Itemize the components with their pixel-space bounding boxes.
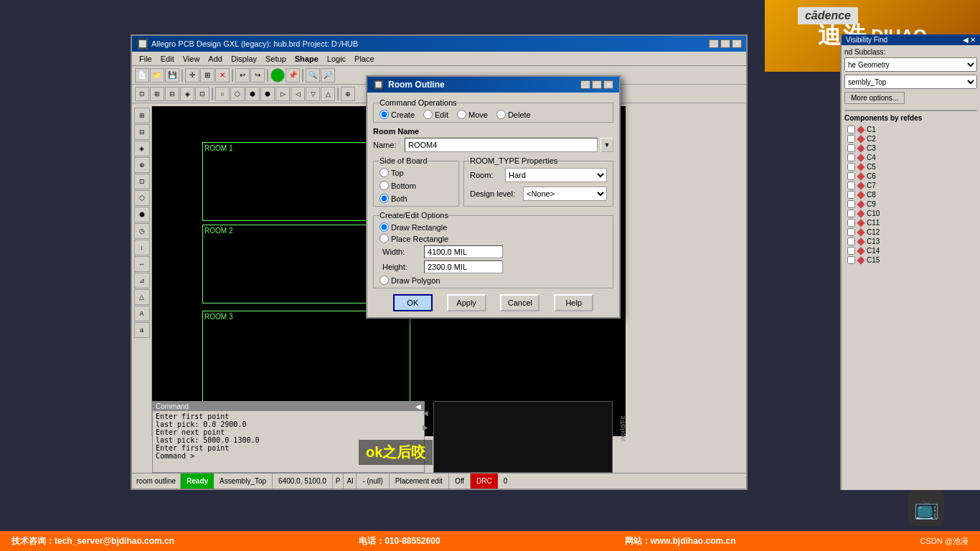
place-rect-radio[interactable] bbox=[380, 234, 389, 243]
comp-checkbox[interactable] bbox=[847, 172, 855, 180]
scroll-left[interactable]: ◀ bbox=[423, 409, 428, 417]
cmd-op-edit-label[interactable]: Edit bbox=[423, 110, 448, 119]
comp-item[interactable]: C10 bbox=[844, 209, 977, 218]
sb-btn-7[interactable]: ⬢ bbox=[134, 207, 150, 222]
menu-display[interactable]: Display bbox=[227, 55, 261, 63]
tb2-5[interactable]: ⊡ bbox=[195, 87, 209, 101]
tb-undo[interactable]: ↩ bbox=[235, 68, 250, 83]
assembly-select[interactable]: sembly_Top bbox=[844, 75, 977, 89]
width-input[interactable] bbox=[424, 245, 503, 258]
sb-btn-3[interactable]: ◈ bbox=[134, 141, 150, 156]
sb-btn-11[interactable]: ⊿ bbox=[134, 273, 150, 288]
comp-item[interactable]: C6 bbox=[844, 171, 977, 181]
tb2-3[interactable]: ⊟ bbox=[165, 87, 179, 101]
room-type-select[interactable]: Hard bbox=[505, 168, 607, 182]
sb-btn-9[interactable]: ↕ bbox=[134, 240, 150, 255]
cmd-op-edit-radio[interactable] bbox=[423, 110, 433, 119]
sb-btn-8[interactable]: ◷ bbox=[134, 223, 150, 239]
comp-item[interactable]: C4 bbox=[844, 153, 977, 162]
tb2-8[interactable]: ⬢ bbox=[245, 87, 260, 101]
height-input[interactable] bbox=[424, 260, 503, 273]
comp-item[interactable]: C3 bbox=[844, 143, 977, 153]
tb2-12[interactable]: ▽ bbox=[306, 87, 320, 101]
cmd-op-delete-label[interactable]: Delete bbox=[496, 110, 531, 119]
comp-item[interactable]: C1 bbox=[844, 125, 977, 134]
comp-checkbox[interactable] bbox=[847, 191, 855, 199]
tb2-7[interactable]: ⬡ bbox=[230, 87, 245, 101]
cmd-op-create-radio[interactable] bbox=[380, 110, 389, 119]
apply-button[interactable]: Apply bbox=[447, 294, 486, 311]
menu-place[interactable]: Place bbox=[350, 55, 379, 63]
comp-checkbox[interactable] bbox=[847, 135, 855, 143]
menu-view[interactable]: View bbox=[179, 55, 204, 63]
comp-checkbox[interactable] bbox=[847, 219, 855, 227]
comp-checkbox[interactable] bbox=[847, 209, 855, 217]
side-both-radio[interactable] bbox=[380, 194, 389, 203]
sb-btn-2[interactable]: ⊟ bbox=[134, 124, 150, 140]
sb-btn-12[interactable]: △ bbox=[134, 289, 150, 305]
sb-btn-14[interactable]: a bbox=[134, 322, 150, 338]
comp-item[interactable]: C11 bbox=[844, 218, 977, 227]
dialog-restore-btn[interactable]: □ bbox=[592, 80, 602, 89]
tb-zoom1[interactable]: 🔍 bbox=[306, 68, 320, 83]
scroll-right[interactable]: ▶ bbox=[423, 423, 428, 431]
tb2-1[interactable]: ⊡ bbox=[135, 87, 149, 101]
tb-redo[interactable]: ↪ bbox=[250, 68, 265, 83]
comp-item[interactable]: C13 bbox=[844, 237, 977, 246]
comp-checkbox[interactable] bbox=[847, 154, 855, 161]
tb-new[interactable]: 📄 bbox=[135, 68, 149, 83]
menu-logic[interactable]: Logic bbox=[323, 55, 350, 63]
tb-zoom2[interactable]: 🔎 bbox=[321, 68, 335, 83]
sb-btn-5[interactable]: ⊡ bbox=[134, 174, 150, 189]
cancel-button[interactable]: Cancel bbox=[500, 294, 540, 311]
minimize-btn[interactable]: _ bbox=[709, 39, 719, 48]
tb2-10[interactable]: ▷ bbox=[275, 87, 290, 101]
comp-checkbox[interactable] bbox=[847, 182, 855, 189]
tb-green[interactable] bbox=[270, 68, 285, 83]
comp-checkbox[interactable] bbox=[847, 126, 855, 133]
draw-poly-radio[interactable] bbox=[380, 276, 389, 285]
tb2-14[interactable]: ⊕ bbox=[341, 87, 355, 101]
tb2-9[interactable]: ⬣ bbox=[260, 87, 275, 101]
draw-rect-radio[interactable] bbox=[380, 222, 389, 232]
close-btn[interactable]: ✕ bbox=[732, 39, 742, 48]
room-name-input[interactable] bbox=[405, 138, 598, 152]
menu-file[interactable]: File bbox=[135, 55, 156, 63]
comp-item[interactable]: C8 bbox=[844, 190, 977, 199]
design-level-select[interactable]: <None> bbox=[523, 187, 607, 201]
help-button[interactable]: Help bbox=[554, 294, 593, 311]
more-options-btn[interactable]: More options... bbox=[844, 92, 905, 104]
maximize-btn[interactable]: □ bbox=[720, 39, 730, 48]
comp-item[interactable]: C7 bbox=[844, 181, 977, 190]
place-rect-label[interactable]: Place Rectangle bbox=[380, 234, 607, 243]
comp-checkbox[interactable] bbox=[847, 247, 855, 255]
tb2-13[interactable]: △ bbox=[321, 87, 335, 101]
dialog-close-btn[interactable]: ✕ bbox=[603, 80, 613, 89]
side-top-label[interactable]: Top bbox=[380, 168, 453, 177]
comp-item[interactable]: C15 bbox=[844, 255, 977, 265]
comp-item[interactable]: C14 bbox=[844, 246, 977, 255]
tb-pin[interactable]: 📌 bbox=[286, 68, 300, 83]
comp-item[interactable]: C12 bbox=[844, 227, 977, 237]
comp-checkbox[interactable] bbox=[847, 144, 855, 152]
side-both-label[interactable]: Both bbox=[380, 194, 453, 203]
comp-checkbox[interactable] bbox=[847, 200, 855, 208]
sb-btn-13[interactable]: A bbox=[134, 306, 150, 321]
room-name-dropdown-btn[interactable]: ▼ bbox=[600, 138, 613, 152]
tb2-4[interactable]: ◈ bbox=[180, 87, 194, 101]
comp-checkbox[interactable] bbox=[847, 228, 855, 236]
sb-btn-4[interactable]: ⊕ bbox=[134, 157, 150, 173]
draw-poly-label[interactable]: Draw Polygon bbox=[380, 276, 607, 285]
comp-item[interactable]: C5 bbox=[844, 162, 977, 171]
tb-copy[interactable]: ⊞ bbox=[200, 68, 215, 83]
comp-checkbox[interactable] bbox=[847, 256, 855, 264]
panel-collapse-btn[interactable]: ◀ bbox=[963, 36, 969, 44]
comp-item[interactable]: C9 bbox=[844, 199, 977, 209]
menu-add[interactable]: Add bbox=[204, 55, 227, 63]
tb2-11[interactable]: ◁ bbox=[291, 87, 305, 101]
tb2-2[interactable]: ⊞ bbox=[150, 87, 164, 101]
sb-btn-1[interactable]: ⊞ bbox=[134, 108, 150, 123]
ok-button[interactable]: OK bbox=[393, 294, 433, 311]
side-top-radio[interactable] bbox=[380, 168, 389, 177]
tb-delete[interactable]: ✕ bbox=[215, 68, 230, 83]
